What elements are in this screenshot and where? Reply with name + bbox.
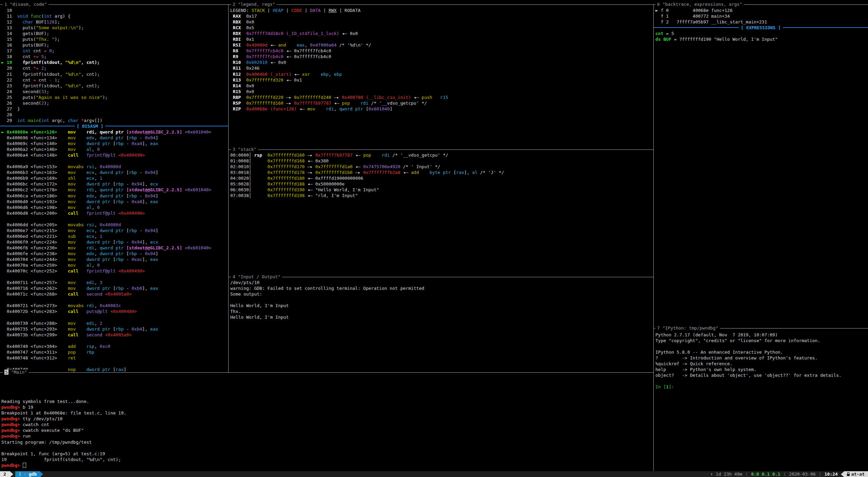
terminal-line: pwndbg> (1, 462, 652, 468)
terminal-line: 21 fprintf(stdout, "%d\n", cnt); (1, 71, 227, 77)
pane-title-ipython: 7 "IPython: tmp/pwndbg" (655, 325, 720, 331)
terminal-line: 24 second(3); (1, 89, 227, 94)
terminal-line: 16 puts(BUF); (1, 42, 227, 48)
terminal-line: pwndbg> tty /dev/pts/10 (1, 416, 652, 422)
terminal-line (1, 158, 227, 164)
terminal-line: ? -> Introduction and overview of IPytho… (655, 355, 867, 361)
terminal-line: 0x400749 nop dword ptr [rax] (1, 367, 227, 372)
pane-title-legend-regs: 2 "legend, regs" (231, 2, 277, 7)
terminal-line: 00:0000│ rsp 0x7fffffffd160 —▸ 0x7ffff7b… (230, 152, 652, 158)
pane-ipython[interactable]: Python 2.7.17 (default, Nov 7 2019, 10:0… (655, 332, 867, 390)
terminal-line: R13 0x7fffffffd320 ◂— 0x1 (230, 77, 652, 83)
terminal-line: 0x40072b <func+283> call puts@plt <0x400… (1, 308, 227, 314)
pane-stack[interactable]: 00:0000│ rsp 0x7fffffffd160 —▸ 0x7ffff7b… (230, 152, 652, 198)
terminal-line: pwndbg> cwatch cnt (1, 422, 652, 427)
terminal-line: 17 int cnt = 0; (1, 48, 227, 54)
uptime: 1d 23h 49m (713, 471, 742, 477)
terminal-line: 0x4006b9 <func+169> shl ecx, 1 (1, 175, 227, 181)
terminal-line: Starting program: /tmp/pwndbg/test (1, 439, 652, 445)
terminal-line: 02:0010│ 0x7fffffffd170 —▸ 0x7fffffffd1a… (230, 164, 652, 170)
terminal-line: 0x400740 <func+304> add rsp, 0xc0 (1, 343, 227, 349)
pane-title-main: 5 "Main" (3, 370, 29, 375)
pane-backtrace[interactable]: ► f 0 40068e func+126 f 1 400772 main+34… (655, 7, 867, 25)
vertical-border-left[interactable] (228, 4, 229, 372)
window-tab-arrow (40, 472, 43, 477)
terminal-line: RSI 0x40080d ◂— and eax, 0x4f000a64 /* '… (230, 42, 652, 48)
terminal-line: 20 cnt *= 2; (1, 65, 227, 71)
terminal-line: 0x4006ed <func+221> sub ecx, 1 (1, 233, 227, 239)
terminal-line: 0x400730 <func+288> mov edi, 2 (1, 320, 227, 326)
terminal-line: f 2 7ffff7a05b97 __libc_start_main+231 (655, 19, 867, 25)
terminal-line: 18 cnt += 5; (1, 54, 227, 59)
terminal-line: ► f 0 40068e func+126 (655, 7, 867, 13)
terminal-line (1, 315, 227, 320)
disasm-separator-line (0, 126, 228, 126)
window-tab-gdb[interactable]: 1 › gdb (15, 471, 40, 477)
terminal-line: R11 0x246 (230, 65, 652, 71)
pane-title-backtrace: 6 "backtrace, expressions, args" (655, 2, 744, 7)
terminal-line: RIP 0x40068e (func+126) ◂— mov rdi, qwor… (230, 106, 652, 112)
io-pane-border[interactable] (228, 277, 653, 277)
pane-registers[interactable]: LEGEND: STACK | HEAP | CODE | DATA | RWX… (230, 7, 652, 112)
terminal-line: 0x4006d6 <func+198> mov al, 0 (1, 205, 227, 210)
terminal-line: pwndbg> cwatch execute "ds BUF" (1, 427, 652, 433)
pane-disassembly[interactable]: ► 0x40068e <func+126> mov rdi, qword ptr… (1, 129, 227, 372)
pane-expressions[interactable]: cnt = 5ds BUF = 7fffffffd190 "Hello Worl… (655, 31, 867, 42)
terminal-line (655, 343, 867, 349)
terminal-line: 0x4006fe <func+238> mov edx, dword ptr [… (1, 251, 227, 257)
terminal-line: RAX 0x17 (230, 13, 652, 19)
tmux-terminal-screen: 1 "disasm, code" 2 "legend, regs" 6 "bac… (0, 0, 868, 477)
terminal-line (1, 338, 227, 343)
terminal-line: 28 (1, 112, 227, 118)
pane-title-stack: 3 "stack" (231, 147, 258, 152)
terminal-line: RBP 0x7fffffffd220 —▸ 0x7fffffffd240 —▸ … (230, 94, 652, 100)
terminal-line: 0x400704 <func+244> mov dword ptr [rbp -… (1, 257, 227, 262)
load-average: 0.0 0.1 0.1 (751, 471, 780, 477)
terminal-line: 0x4006b3 <func+163> mov ecx, dword ptr [… (1, 170, 227, 175)
pane-source-code[interactable]: 10 11 void func(int arg) { 12 char BUF[1… (1, 7, 227, 123)
active-pane-number: 5 (4, 370, 8, 375)
terminal-line: 0x4006d8 <func+200> call fprintf@plt <0x… (1, 210, 227, 216)
stack-pane-border[interactable] (228, 149, 653, 150)
terminal-line: 25 puts("Again as it was so nice"); (1, 94, 227, 100)
pane-main-console[interactable]: Reading symbols from test...done.pwndbg>… (1, 375, 652, 468)
terminal-line: 0x4006a2 <func+146> mov al, 0 (1, 146, 227, 152)
terminal-line: Type "copyright", "credits" or "license"… (655, 338, 867, 343)
terminal-line: R14 0x0 (230, 83, 652, 89)
terminal-line: 0x4006ca <func+186> mov edx, dword ptr [… (1, 193, 227, 199)
pane-io[interactable]: /dev/pts/10warning: GDB: Failed to set c… (230, 280, 652, 320)
disasm-separator-label: [ DISASM ] (75, 123, 105, 129)
terminal-line: 0x400735 <func+293> mov dword ptr [rbp -… (1, 326, 227, 332)
main-pane-border[interactable] (0, 372, 653, 373)
terminal-line: pwndbg> b 19 (1, 404, 652, 410)
disasm-separator: [ DISASM ] (0, 123, 228, 129)
terminal-line: object? -> Details about 'object', use '… (655, 372, 867, 378)
terminal-line: f 1 400772 main+34 (655, 13, 867, 19)
terminal-line: warning: GDB: Failed to set controlling … (230, 285, 652, 291)
terminal-line (1, 274, 227, 280)
status-bar-right: ↑ 1d 23h 49m ⟨ 0.0 0.1 0.1 ⟨ 2020-03-06 … (710, 471, 868, 477)
terminal-line: 0x40070a <func+250> mov al, 0 (1, 262, 227, 268)
session-badge[interactable]: 2 (0, 471, 10, 477)
terminal-line: RDX 0x7ffff7dd18c0 (_IO_stdfile_1_lock) … (230, 31, 652, 36)
terminal-line: 12 char BUF[128]; (1, 19, 227, 25)
terminal-line: LEGEND: STACK | HEAP | CODE | DATA | RWX… (230, 7, 652, 13)
terminal-line: ► 19 fprintf(stdout, "%d\n", cnt); (1, 59, 227, 65)
terminal-line: ds BUF = 7fffffffd190 "Hello World, I'm … (655, 36, 867, 42)
tmux-status-bar: 2 1 › gdb ↑ 1d 23h 49m ⟨ 0.0 0.1 0.1 ⟨ 2… (0, 471, 868, 477)
terminal-line: RSP 0x7fffffffd160 —▸ 0x7ffff7b97787 ◂— … (230, 100, 652, 106)
terminal-line: 29 int main(int argc, char *argv[]) (1, 118, 227, 123)
terminal-line: 05:0028│ 0x7fffffffd188 ◂— 0x50000000e (230, 181, 652, 187)
hostname: at-at (851, 471, 865, 477)
session-badge-arrow (10, 472, 13, 477)
terminal-line: pwndbg> run (1, 433, 652, 439)
terminal-line: Hello World, I'm Input (230, 303, 652, 308)
terminal-line: 26 second(2); (1, 100, 227, 106)
terminal-line: 19 fprintf(stdout, "%d\n", cnt); (1, 457, 652, 462)
lock-icon (847, 472, 850, 476)
terminal-line: 0x40071c <func+268> call second <0x4005a… (1, 291, 227, 297)
terminal-line: 0x4006c2 <func+178> mov rdi, qword ptr [… (1, 187, 227, 193)
terminal-line (1, 387, 652, 393)
vertical-border-right[interactable] (653, 4, 654, 471)
terminal-line: 23 fprintf(stdout, "%d\n", cnt); (1, 83, 227, 89)
